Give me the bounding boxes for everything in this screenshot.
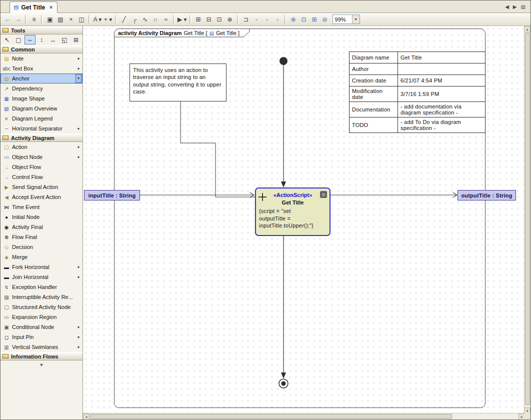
- line-style-straight-button[interactable]: ╱: [119, 14, 129, 24]
- tabs-scroll-right-icon[interactable]: ▶: [513, 4, 517, 10]
- diagram-canvas[interactable]: activity Activity Diagram Get Title [ ▤ …: [83, 26, 525, 414]
- palette-item-interruptible-activity-region[interactable]: ▨ Interruptible Activity Re...: [0, 292, 82, 302]
- dropdown-caret-icon[interactable]: ▼: [76, 57, 82, 60]
- insert-diagram-button[interactable]: ⊡: [214, 14, 224, 24]
- dropdown-caret-icon[interactable]: ▼: [76, 156, 82, 159]
- palette-item-control-flow[interactable]: → Control Flow: [0, 172, 82, 182]
- palette-item-accept-event-action[interactable]: ◀ Accept Event Action: [0, 192, 82, 202]
- back-button[interactable]: ←: [2, 14, 12, 24]
- palette-item-flow-final[interactable]: ⊗ Flow Final: [0, 232, 82, 242]
- frame-header[interactable]: activity Activity Diagram Get Title [ ▤ …: [114, 29, 250, 37]
- palette-item-object-flow[interactable]: → Object Flow: [0, 162, 82, 172]
- info-row-value: 6/21/07 4:54 PM: [398, 75, 486, 86]
- palette-item-send-signal-action[interactable]: ▶ Send Signal Action: [0, 182, 82, 192]
- palette-item-merge[interactable]: ◈ Merge: [0, 252, 82, 262]
- tabs-scroll-left-icon[interactable]: ◀: [505, 4, 509, 10]
- tabs-list-icon[interactable]: ▤: [521, 4, 526, 10]
- scroll-left-icon[interactable]: ◂: [83, 414, 90, 420]
- forward-button[interactable]: →: [13, 14, 23, 24]
- arrow-style-button[interactable]: ▶ ▾: [177, 14, 188, 24]
- palette-item-note[interactable]: ▤ Note ▼: [0, 54, 82, 64]
- palette-item-expansion-region[interactable]: ▭ Expansion Region: [0, 312, 82, 322]
- palette-item-object-node[interactable]: ▭ Object Node ▼: [0, 152, 82, 162]
- palette-section-information-flows[interactable]: Information Flows: [0, 352, 82, 360]
- line-style-oblique-button[interactable]: ∿: [140, 14, 150, 24]
- horizontal-scrollbar-thumb[interactable]: [90, 414, 452, 419]
- dropdown-caret-icon[interactable]: ▼: [76, 276, 82, 279]
- palette-item-time-event[interactable]: ⋈ Time Event: [0, 202, 82, 212]
- palette-item-dependency[interactable]: ↗ Dependency: [0, 84, 82, 94]
- dropdown-caret-icon[interactable]: ▼: [76, 346, 82, 349]
- zoom-fit-button[interactable]: ⊞: [310, 14, 320, 24]
- palette-item-anchor[interactable]: ▤ Anchor ▼: [0, 74, 82, 84]
- info-table-row: Author: [350, 64, 486, 75]
- palette-section-activity-diagram[interactable]: Activity Diagram: [0, 134, 82, 142]
- palette-item-diagram-overview[interactable]: ▧ Diagram Overview: [0, 104, 82, 114]
- text-style-button[interactable]: A ▾: [92, 14, 102, 24]
- selection-tool[interactable]: ↖: [2, 35, 12, 44]
- input-object-node[interactable]: inputTitle : String: [84, 190, 140, 200]
- horizontal-scrollbar[interactable]: ◂ ▸: [83, 413, 525, 420]
- action-node-get-title[interactable]: «ActionScript» ◎ Get Title {script = "se…: [255, 188, 330, 236]
- palette-item-text-box[interactable]: abc Text Box ▼: [0, 64, 82, 74]
- refresh-button[interactable]: ⊕: [225, 14, 235, 24]
- palette-item-action[interactable]: ▢ Action ▼: [0, 142, 82, 152]
- palette-item-image-shape[interactable]: ▦ Image Shape: [0, 94, 82, 104]
- palette-item-diagram-legend[interactable]: ≡ Diagram Legend: [0, 114, 82, 124]
- dropdown-caret-icon[interactable]: ▼: [76, 74, 82, 83]
- zoom-in-button[interactable]: ⊕: [288, 14, 298, 24]
- line-style-curve-button[interactable]: ∩: [150, 14, 160, 24]
- tool-palette: Tools ↖ ▢ ⇔ ↕ ↔ ◱ ⊞ Common: [0, 26, 83, 420]
- snap-position-button[interactable]: + ▾: [103, 14, 113, 24]
- copy-button[interactable]: ▣: [45, 14, 55, 24]
- palette-item-conditional-node[interactable]: ▣ Conditional Node ▼: [0, 322, 82, 332]
- works-with-tool[interactable]: ⇔: [24, 35, 36, 44]
- insert-shape-button[interactable]: ⊞: [194, 14, 204, 24]
- vertical-scrollbar-thumb[interactable]: [525, 33, 530, 405]
- line-style-rectilinear-button[interactable]: ┌: [130, 14, 140, 24]
- containment-tree-button[interactable]: ≡: [29, 14, 39, 24]
- dropdown-caret-icon[interactable]: ▼: [76, 67, 82, 70]
- documentation-note[interactable]: This activity uses an action to traverse…: [130, 64, 226, 102]
- zoom-out-button[interactable]: ⊖: [320, 14, 330, 24]
- palette-item-fork-horizontal[interactable]: ▬ Fork Horizontal ▼: [0, 262, 82, 272]
- layout-button[interactable]: ◫: [76, 14, 86, 24]
- dropdown-caret-icon[interactable]: ▼: [76, 336, 82, 339]
- paste-button[interactable]: ▤: [56, 14, 66, 24]
- palette-scroll-more-icon[interactable]: ▼: [0, 360, 82, 368]
- marquee-select-tool[interactable]: ▢: [13, 35, 24, 44]
- palette-item-activity-final[interactable]: ◉ Activity Final: [0, 222, 82, 232]
- insert-element-button[interactable]: ⊟: [204, 14, 214, 24]
- dropdown-caret-icon[interactable]: ▼: [76, 127, 82, 130]
- info-row-label: Documentation: [350, 102, 398, 118]
- detach-button[interactable]: ⊐: [241, 14, 251, 24]
- palette-item-horizontal-separator[interactable]: ┄ Horizontal Separator ▼: [0, 124, 82, 134]
- line-style-spline-button[interactable]: ≈: [161, 14, 171, 24]
- dropdown-caret-icon[interactable]: ▼: [76, 266, 82, 269]
- tab-close-icon[interactable]: ×: [49, 4, 53, 11]
- delete-button[interactable]: ×: [66, 14, 76, 24]
- dropdown-caret-icon[interactable]: ▼: [76, 326, 82, 329]
- palette-item-exception-handler[interactable]: ↯ Exception Handler: [0, 282, 82, 292]
- palette-item-structured-activity-node[interactable]: ▢ Structured Activity Node: [0, 302, 82, 312]
- tab-get-title[interactable]: ▤ Get Title ×: [10, 2, 58, 13]
- palette-item-join-horizontal[interactable]: ▬ Join Horizontal ▼: [0, 272, 82, 282]
- dropdown-caret-icon[interactable]: ▼: [76, 146, 82, 149]
- distribute-shapes-tool[interactable]: ↔: [48, 35, 58, 44]
- align-shapes-tool[interactable]: ↕: [36, 35, 47, 44]
- resize-tool[interactable]: ◱: [59, 35, 70, 44]
- diagram-info-table[interactable]: Diagram name Get Title Author Creation d…: [349, 52, 486, 133]
- scroll-up-icon[interactable]: ▴: [524, 26, 530, 32]
- zoom-region-button[interactable]: ⊡: [299, 14, 309, 24]
- zoom-level-combobox[interactable]: 99% ▾: [332, 14, 360, 24]
- palette-item-vertical-swimlanes[interactable]: ▥ Vertical Swimlanes ▼: [0, 342, 82, 352]
- zoom-combo-caret-icon[interactable]: ▾: [352, 15, 360, 24]
- palette-item-input-pin[interactable]: ◻ Input Pin ▼: [0, 332, 82, 342]
- palette-item-initial-node[interactable]: ● Initial Node: [0, 212, 82, 222]
- swimlane-grid-tool[interactable]: ⊞: [70, 35, 82, 44]
- vertical-scrollbar[interactable]: ▴ ▾: [524, 26, 530, 414]
- palette-item-decision[interactable]: ◇ Decision: [0, 242, 82, 252]
- palette-section-common[interactable]: Common: [0, 45, 82, 54]
- output-object-node[interactable]: outputTitle : String: [458, 190, 516, 200]
- palette-section-tools[interactable]: Tools: [0, 26, 82, 34]
